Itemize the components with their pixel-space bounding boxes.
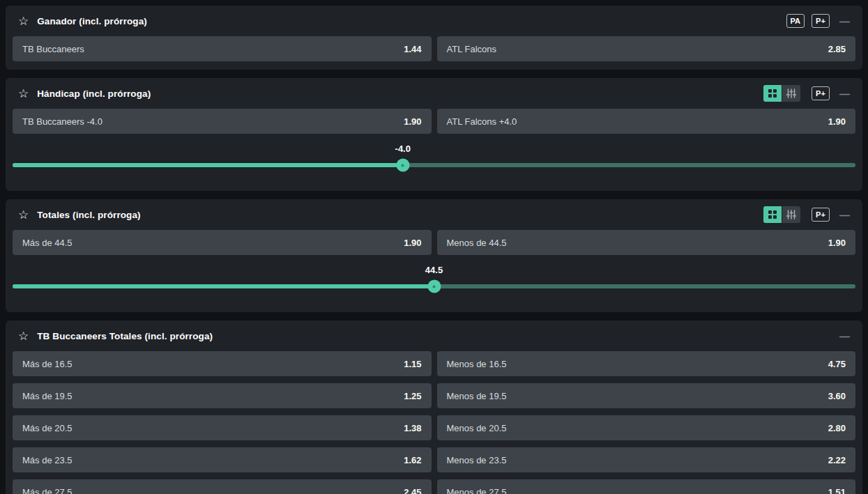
odds-button-under[interactable]: Menos de 23.5 2.22: [437, 447, 856, 472]
selection-odds: 1.38: [404, 423, 421, 433]
selection-label: Más de 20.5: [22, 423, 73, 433]
grid-icon: [768, 89, 777, 98]
slider-track[interactable]: [13, 284, 855, 288]
selection-label: Menos de 20.5: [447, 423, 507, 433]
selection-label: Menos de 27.5: [447, 487, 507, 494]
selection-label: Menos de 19.5: [447, 391, 507, 401]
favorite-star-icon[interactable]: ☆: [18, 330, 29, 342]
selection-label: Más de 44.5: [22, 238, 73, 248]
selection-odds: 2.80: [828, 423, 846, 433]
selection-label: TB Buccaneers: [22, 44, 84, 54]
market-section-handicap: ☆ Hándicap (incl. prórroga): [6, 78, 862, 191]
view-toggle: [763, 206, 800, 223]
selection-label: Más de 16.5: [22, 359, 73, 369]
market-tools: PA P+ —: [786, 14, 853, 28]
favorite-star-icon[interactable]: ☆: [18, 209, 29, 221]
collapse-icon[interactable]: —: [837, 330, 853, 343]
odds-grid: Más de 16.5 1.15 Menos de 16.5 4.75 Más …: [13, 351, 855, 494]
collapse-icon[interactable]: —: [837, 15, 853, 28]
selection-label: Menos de 16.5: [447, 359, 507, 369]
market-section-team-totales: ☆ TB Buccaneers Totales (incl. prórroga)…: [6, 321, 862, 494]
p-plus-button[interactable]: P+: [812, 86, 830, 100]
tune-icon: [786, 209, 797, 220]
grid-view-button[interactable]: [763, 85, 782, 102]
selection-odds: 1.44: [404, 44, 421, 54]
selection-odds: 1.62: [404, 455, 421, 465]
selection-odds: 2.45: [404, 487, 421, 494]
market-tools: P+ —: [763, 206, 853, 223]
selection-odds: 1.25: [404, 391, 421, 401]
selection-label: Menos de 44.5: [447, 238, 507, 248]
selection-label: ATL Falcons: [447, 44, 497, 54]
market-section-totales: ☆ Totales (incl. prórroga): [6, 199, 862, 312]
selection-label: ATL Falcons +4.0: [447, 116, 517, 127]
odds-grid: TB Buccaneers 1.44 ATL Falcons 2.85: [13, 36, 855, 70]
slider-view-button[interactable]: [782, 85, 800, 102]
handicap-line-slider: -4.0: [13, 144, 855, 191]
collapse-icon[interactable]: —: [837, 208, 853, 222]
odds-button-away[interactable]: ATL Falcons 2.85: [437, 36, 856, 61]
odds-button-under[interactable]: Menos de 20.5 2.80: [437, 415, 856, 440]
odds-button-away-handicap[interactable]: ATL Falcons +4.0 1.90: [437, 109, 856, 134]
selection-odds: 3.60: [828, 391, 846, 401]
slider-fill: [13, 163, 403, 167]
selection-odds: 1.90: [828, 116, 846, 127]
market-header: ☆ Totales (incl. prórroga): [13, 199, 855, 230]
slider-view-button[interactable]: [782, 206, 800, 223]
odds-button-over[interactable]: Más de 27.5 2.45: [13, 479, 432, 494]
market-title: Totales (incl. prórroga): [37, 210, 140, 220]
selection-odds: 1.90: [404, 116, 421, 127]
market-tools: P+ —: [763, 85, 853, 102]
market-section-ganador: ☆ Ganador (incl. prórroga) PA P+ — TB Bu…: [6, 6, 862, 70]
favorite-star-icon[interactable]: ☆: [18, 15, 29, 27]
odds-button-over[interactable]: Más de 44.5 1.90: [13, 230, 432, 255]
odds-button-over[interactable]: Más de 23.5 1.62: [13, 447, 432, 472]
totals-line-slider: 44.5: [13, 265, 855, 312]
market-tools: —: [837, 330, 853, 343]
odds-button-home-handicap[interactable]: TB Buccaneers -4.0 1.90: [13, 109, 432, 134]
market-header: ☆ Hándicap (incl. prórroga): [13, 78, 855, 109]
selection-label: Más de 23.5: [22, 455, 73, 465]
odds-button-over[interactable]: Más de 16.5 1.15: [13, 351, 432, 376]
betting-markets-page: ☆ Ganador (incl. prórroga) PA P+ — TB Bu…: [0, 0, 868, 494]
odds-button-under[interactable]: Menos de 19.5 3.60: [437, 383, 856, 408]
selection-odds: 4.75: [828, 359, 846, 369]
p-plus-button[interactable]: P+: [812, 208, 830, 222]
selection-label: Menos de 23.5: [447, 455, 507, 465]
market-header: ☆ TB Buccaneers Totales (incl. prórroga)…: [13, 321, 855, 351]
grid-icon: [768, 210, 777, 219]
odds-button-home[interactable]: TB Buccaneers 1.44: [13, 36, 432, 61]
selection-odds: 1.51: [828, 487, 846, 494]
odds-button-over[interactable]: Más de 19.5 1.25: [13, 383, 432, 408]
odds-button-under[interactable]: Menos de 16.5 4.75: [437, 351, 856, 376]
slider-fill: [13, 284, 434, 288]
collapse-icon[interactable]: —: [837, 87, 853, 100]
selection-odds: 1.90: [404, 238, 421, 248]
selection-label: TB Buccaneers -4.0: [22, 116, 102, 127]
slider-value-label: 44.5: [425, 265, 443, 275]
favorite-star-icon[interactable]: ☆: [18, 88, 29, 100]
odds-button-under[interactable]: Menos de 27.5 1.51: [437, 479, 856, 494]
selection-odds: 2.22: [828, 455, 846, 465]
market-title: TB Buccaneers Totales (incl. prórroga): [37, 331, 213, 341]
odds-grid: Más de 44.5 1.90 Menos de 44.5 1.90: [13, 230, 855, 255]
market-title: Ganador (incl. prórroga): [37, 16, 147, 26]
pa-button[interactable]: PA: [786, 14, 805, 28]
selection-label: Más de 27.5: [22, 487, 73, 494]
selection-odds: 1.15: [404, 359, 421, 369]
slider-thumb[interactable]: [427, 280, 441, 293]
view-toggle: [763, 85, 800, 102]
odds-button-under[interactable]: Menos de 44.5 1.90: [437, 230, 856, 255]
slider-thumb[interactable]: [396, 159, 409, 172]
odds-button-over[interactable]: Más de 20.5 1.38: [13, 415, 432, 440]
selection-label: Más de 19.5: [22, 391, 73, 401]
p-plus-button[interactable]: P+: [812, 14, 830, 28]
market-title: Hándicap (incl. prórroga): [37, 88, 151, 99]
slider-track[interactable]: [13, 163, 855, 167]
market-header: ☆ Ganador (incl. prórroga) PA P+ —: [13, 6, 855, 36]
tune-icon: [786, 88, 797, 99]
slider-value-label: -4.0: [395, 144, 411, 154]
selection-odds: 2.85: [828, 44, 846, 54]
odds-grid: TB Buccaneers -4.0 1.90 ATL Falcons +4.0…: [13, 109, 855, 134]
grid-view-button[interactable]: [763, 206, 782, 223]
